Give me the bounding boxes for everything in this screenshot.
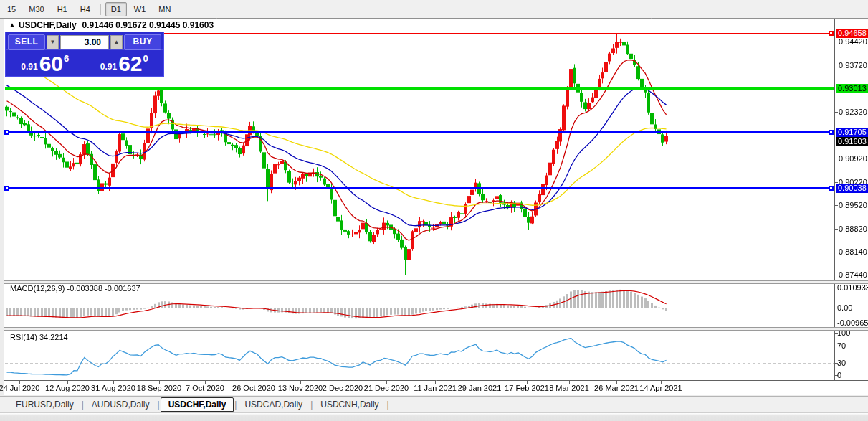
macd-indicator-label: MACD(12,26,9) -0.003388 -0.001637 — [10, 284, 140, 293]
date-axis-label: 18 Sep 2020 — [137, 384, 181, 392]
tab-usdcad[interactable]: USDCAD,Daily — [237, 398, 310, 411]
status-bar-strip — [0, 412, 868, 421]
volume-down-icon: ▼ — [50, 39, 56, 45]
price-axis-tick-label: 0.87440 — [839, 270, 867, 279]
date-axis-label: 21 Dec 2020 — [364, 384, 409, 392]
volume-decrease-button[interactable]: ▼ — [47, 35, 59, 49]
tab-usdcnh[interactable]: USDCNH,Daily — [313, 398, 386, 411]
rsi-axis-tick-label: 70 — [837, 341, 846, 350]
date-axis-label: 24 Jul 2020 — [0, 384, 39, 392]
tab-usdchf[interactable]: USDCHF,Daily — [161, 397, 234, 412]
line-endpoint-marker[interactable] — [829, 186, 834, 191]
price-axis-tick-label: 0.89520 — [839, 201, 867, 209]
price-axis-tick-label: 0.88820 — [839, 224, 867, 233]
buy-price-prefix: 0.91 — [100, 62, 117, 72]
line-endpoint-marker[interactable] — [829, 31, 834, 36]
buy-button[interactable]: BUY — [124, 34, 161, 50]
current-price-badge: 0.91603 — [836, 137, 868, 146]
line-endpoint-marker[interactable] — [4, 130, 9, 135]
sell-button[interactable]: SELL — [8, 34, 45, 50]
date-axis-label: 8 Mar 2021 — [549, 384, 589, 392]
horizontal-line-0.90038[interactable] — [5, 187, 834, 189]
volume-increase-button[interactable]: ▲ — [110, 35, 123, 49]
date-axis-label: 29 Jan 2021 — [458, 384, 502, 392]
date-axis-label: 14 Apr 2021 — [639, 384, 682, 392]
chart-symbol-label: USDCHF,Daily — [19, 20, 77, 30]
date-axis-label: 7 Oct 2020 — [186, 384, 224, 392]
rsi-axis-tick-label: 30 — [837, 359, 846, 367]
macd-axis-tick-label: 0.00 — [837, 303, 852, 312]
price-line-badge-0.91705: 0.91705 — [836, 128, 868, 137]
volume-input[interactable]: 3.00 — [60, 35, 109, 49]
terminal-window: 15M30H1H4D1W1MN ▲USDCHF,Daily0.91446 0.9… — [0, 0, 868, 421]
collapse-triangle-icon[interactable]: ▲ — [9, 22, 15, 28]
horizontal-line-0.91705[interactable] — [5, 131, 834, 133]
date-axis-label: 2 Dec 2020 — [323, 384, 363, 392]
rsi-panel-splitter[interactable] — [4, 327, 868, 331]
trade-panel-top-row: SELL ▼ 3.00 ▲ BUY — [6, 32, 163, 49]
sell-price-pip: 6 — [64, 53, 69, 64]
macd-axis-tick-label: -0.009653 — [837, 318, 868, 327]
line-endpoint-marker[interactable] — [4, 186, 9, 191]
line-endpoint-marker[interactable] — [829, 130, 834, 135]
chart-tab-bar: EURUSD,Daily|AUDUSD,Daily|USDCHF,Daily|U… — [0, 396, 868, 412]
date-axis-label: 11 Jan 2021 — [414, 384, 457, 392]
sell-price-area[interactable]: 0.91 60 6 — [6, 50, 85, 76]
chart-ohlc-values: 0.91446 0.91672 0.91445 0.91603 — [82, 20, 214, 30]
date-axis-label: 12 Aug 2020 — [45, 384, 90, 392]
tab-eurusd[interactable]: EURUSD,Daily — [9, 398, 81, 411]
tab-separator: | — [386, 399, 390, 410]
buy-price-pip: 0 — [143, 53, 148, 64]
rsi-indicator-label: RSI(14) 34.2214 — [10, 333, 68, 341]
rsi-axis-tick-label: 0 — [837, 371, 841, 379]
tab-audusd[interactable]: AUDUSD,Daily — [85, 398, 157, 411]
sell-price-big: 60 — [39, 54, 63, 74]
date-axis-label: 26 Mar 2021 — [594, 384, 639, 392]
sell-price-prefix: 0.91 — [21, 62, 37, 72]
macd-axis-tick-label: 0.010933 — [837, 283, 868, 292]
price-line-badge-0.93013: 0.93013 — [836, 84, 868, 93]
date-axis-label: 13 Nov 2020 — [278, 384, 323, 392]
price-axis-tick-label: 0.93720 — [839, 61, 867, 70]
horizontal-line-0.93013[interactable] — [5, 87, 834, 90]
one-click-trading-panel: SELL ▼ 3.00 ▲ BUY 0.91 60 6 0.91 62 0 — [5, 32, 164, 77]
volume-up-icon: ▲ — [114, 39, 120, 45]
trade-panel-price-row: 0.91 60 6 0.91 62 0 — [6, 49, 163, 76]
price-axis-tick-label: 0.94420 — [839, 37, 867, 46]
price-axis-tick-label: 0.88140 — [839, 247, 867, 256]
price-line-badge-0.94658: 0.94658 — [836, 29, 868, 38]
date-axis-label: 17 Feb 2021 — [505, 384, 549, 392]
date-axis-label: 26 Oct 2020 — [232, 384, 275, 392]
buy-price-area[interactable]: 0.91 62 0 — [85, 50, 164, 76]
chart-ohlc-line: ▲USDCHF,Daily0.91446 0.91672 0.91445 0.9… — [9, 20, 214, 30]
price-axis-tick-label: 0.92320 — [839, 108, 867, 116]
date-axis-label: 31 Aug 2020 — [91, 384, 135, 392]
price-line-badge-0.90038: 0.90038 — [836, 184, 868, 193]
tab-separator: | — [157, 399, 161, 410]
buy-price-big: 62 — [118, 54, 142, 74]
price-axis-tick-label: 0.90920 — [839, 154, 867, 163]
